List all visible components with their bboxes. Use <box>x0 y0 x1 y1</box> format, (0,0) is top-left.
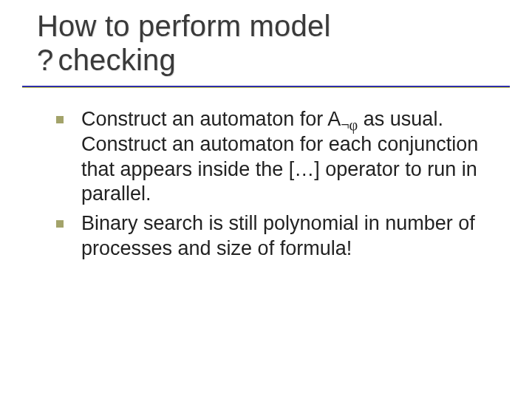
body: Construct an automaton for A¬φ as usual.… <box>0 88 532 262</box>
title-question-mark: ? <box>37 43 53 77</box>
slide: How to perform model ?checking Construct… <box>0 0 532 399</box>
title-line-2: checking <box>58 44 175 76</box>
list-item: Construct an automaton for A¬φ as usual.… <box>56 107 502 207</box>
list-item: Binary search is still polynomial in num… <box>56 211 502 262</box>
bullet-subscript: ¬φ <box>341 117 358 133</box>
bullet-text-pre: Construct an automaton for A <box>81 108 341 130</box>
bullet-list: Construct an automaton for A¬φ as usual.… <box>56 107 502 262</box>
title-line-1: How to perform model <box>37 10 330 42</box>
square-bullet-icon <box>56 116 64 123</box>
square-bullet-icon <box>56 220 64 228</box>
title-block: How to perform model ?checking <box>0 0 532 77</box>
slide-title: How to perform model ?checking <box>37 9 510 77</box>
bullet-text-pre: Binary search is still polynomial in num… <box>81 212 475 259</box>
